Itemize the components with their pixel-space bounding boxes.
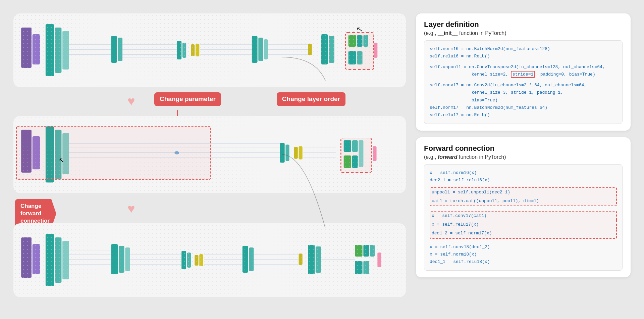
svg-rect-69 xyxy=(62,241,69,279)
svg-rect-3 xyxy=(55,28,62,73)
svg-rect-2 xyxy=(46,24,54,76)
svg-rect-1 xyxy=(33,34,40,64)
svg-rect-63 xyxy=(359,140,363,167)
svg-rect-94 xyxy=(316,246,321,273)
svg-rect-96 xyxy=(355,245,362,257)
svg-rect-22 xyxy=(252,36,258,63)
svg-rect-87 xyxy=(243,246,248,273)
fwd-line-6: x = self.relu17(x) xyxy=(430,220,617,229)
svg-rect-67 xyxy=(46,234,54,286)
svg-rect-98 xyxy=(370,245,375,257)
forward-connection-title: Forward connection xyxy=(424,144,623,153)
code-line-2: self.relu16 = nn.ReLU() xyxy=(430,53,617,60)
svg-rect-35 xyxy=(363,35,368,47)
svg-rect-54 xyxy=(299,146,303,159)
fwd-gap-1 xyxy=(430,184,617,187)
code-line-6: kernel_size=3, stride=1, padding=1, xyxy=(430,89,617,96)
svg-rect-61 xyxy=(344,155,351,168)
svg-rect-4 xyxy=(62,31,69,70)
svg-rect-0 xyxy=(21,28,32,68)
code-gap-2 xyxy=(430,78,617,82)
svg-rect-62 xyxy=(352,155,358,168)
svg-rect-9 xyxy=(118,38,122,61)
code-line-5: self.conv17 = nn.Conv2d(in_channels=2 * … xyxy=(430,82,617,89)
right-panel: Layer definition (e.g., __init__ functio… xyxy=(416,13,631,306)
svg-rect-37 xyxy=(357,51,363,64)
svg-rect-66 xyxy=(33,244,40,274)
svg-rect-92 xyxy=(299,254,303,265)
svg-rect-38 xyxy=(374,43,377,58)
svg-rect-83 xyxy=(199,254,203,266)
svg-rect-18 xyxy=(196,44,199,56)
svg-rect-23 xyxy=(258,38,263,61)
layer-definition-code: self.norm16 = nn.BatchNorm2d(num_feature… xyxy=(424,40,623,124)
code-line-9: self.relu17 = nn.ReLU() xyxy=(430,111,617,119)
svg-rect-59 xyxy=(344,140,351,152)
svg-rect-68 xyxy=(55,237,62,283)
svg-rect-64 xyxy=(373,146,376,161)
svg-rect-60 xyxy=(352,140,358,152)
forward-connection-subtitle: (e.g., forward function in PyTorch) xyxy=(424,154,623,160)
svg-rect-93 xyxy=(308,245,315,274)
svg-rect-34 xyxy=(357,35,363,47)
svg-rect-30 xyxy=(321,34,328,64)
top-network-svg: ↖ xyxy=(17,17,402,83)
code-line-4: kernel_size=2, stride=1, padding=0, bias… xyxy=(430,71,617,78)
bottom-network-svg xyxy=(17,227,402,293)
top-network-card: ↖ xyxy=(13,13,406,87)
svg-rect-29 xyxy=(308,44,312,55)
svg-rect-101 xyxy=(377,253,381,267)
svg-rect-99 xyxy=(355,261,362,274)
bottom-network-card xyxy=(13,223,406,297)
change-forward-section: ♥ Changeforwardconnection xyxy=(13,196,406,222)
middle-selection-box xyxy=(16,126,211,180)
svg-rect-65 xyxy=(21,237,32,278)
code-line-8: self.norm17 = nn.BatchNorm2d(num_feature… xyxy=(430,104,617,111)
svg-rect-24 xyxy=(264,39,268,59)
code-line-7: bias=True) xyxy=(430,97,617,104)
fwd-line-5: x = self.conv17(cat1) xyxy=(430,211,617,220)
change-layer-order-label: Change layer order xyxy=(277,92,345,106)
forward-connection-code: x = self.norm16(x) dec2_1 = self.relu16(… xyxy=(424,164,623,271)
svg-rect-82 xyxy=(195,255,198,266)
left-panel: ↖ ♥ Change parameter Change layer order … xyxy=(13,13,406,306)
svg-rect-32 xyxy=(345,33,374,70)
svg-rect-80 xyxy=(181,251,186,269)
layer-definition-section: Layer definition (e.g., __init__ functio… xyxy=(416,13,631,131)
fwd-line-4: cat1 = torch.cat((unpool1, pool1), dim=1… xyxy=(430,197,617,206)
change-parameter-label: Change parameter xyxy=(154,92,221,106)
svg-rect-53 xyxy=(294,147,298,158)
svg-rect-58 xyxy=(341,138,371,173)
svg-rect-16 xyxy=(182,43,186,58)
cursor-middle: ↖ xyxy=(59,156,64,164)
fwd-line-9: x = self.norm18(x) xyxy=(430,251,617,258)
svg-rect-33 xyxy=(348,35,356,47)
heart-decoration-1: ♥ xyxy=(127,94,135,108)
svg-rect-15 xyxy=(177,41,181,59)
fwd-line-8: x = self.conv18(dec1_2) xyxy=(430,243,617,251)
svg-text:↖: ↖ xyxy=(356,26,364,33)
fwd-line-1: x = self.norm16(x) xyxy=(430,169,617,177)
change-param-section: ♥ Change parameter Change layer order xyxy=(13,91,406,114)
middle-network-card: ↖ xyxy=(13,116,406,193)
svg-rect-51 xyxy=(280,143,285,163)
fwd-line-7: dec1_2 = self.norm17(x) xyxy=(430,229,617,238)
svg-rect-88 xyxy=(249,247,254,271)
code-gap-1 xyxy=(430,60,617,63)
svg-rect-76 xyxy=(125,247,130,271)
fwd-line-10: dec1_1 = self.relu18(x) xyxy=(430,258,617,266)
svg-rect-31 xyxy=(329,36,334,63)
layer-definition-subtitle: (e.g., __init__ function in PyTorch) xyxy=(424,30,623,36)
fwd-line-3: unpool1 = self.unpool1(dec2_1) xyxy=(430,187,617,197)
forward-connection-section: Forward connection (e.g., forward functi… xyxy=(416,137,631,277)
svg-rect-52 xyxy=(285,145,289,161)
svg-rect-74 xyxy=(111,244,118,274)
code-line-1: self.norm16 = nn.BatchNorm2d(num_feature… xyxy=(430,45,617,53)
fwd-gap-3 xyxy=(430,240,617,243)
svg-rect-97 xyxy=(363,245,369,257)
svg-rect-75 xyxy=(119,246,124,273)
svg-rect-36 xyxy=(348,51,356,64)
code-line-3: self.unpool1 = nn.ConvTranspose2d(in_cha… xyxy=(430,63,617,71)
svg-rect-8 xyxy=(111,36,117,63)
fwd-line-2: dec2_1 = self.relu16(x) xyxy=(430,177,617,184)
